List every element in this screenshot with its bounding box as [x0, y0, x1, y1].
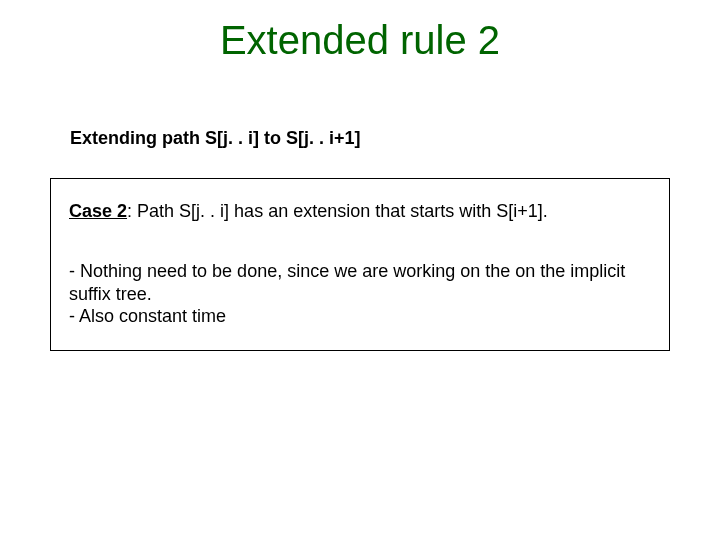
case-text: Path S[j. . i] has an extension that sta… [132, 201, 548, 221]
body-line-1: - Nothing need to be done, since we are … [69, 260, 651, 305]
body-text: - Nothing need to be done, since we are … [69, 260, 651, 328]
slide: Extended rule 2 Extending path S[j. . i]… [0, 0, 720, 540]
slide-subtitle: Extending path S[j. . i] to S[j. . i+1] [70, 128, 361, 149]
case-label: Case 2 [69, 201, 127, 221]
slide-title: Extended rule 2 [0, 18, 720, 63]
body-line-2: - Also constant time [69, 305, 651, 328]
case-line: Case 2: Path S[j. . i] has an extension … [69, 201, 651, 222]
content-box: Case 2: Path S[j. . i] has an extension … [50, 178, 670, 351]
